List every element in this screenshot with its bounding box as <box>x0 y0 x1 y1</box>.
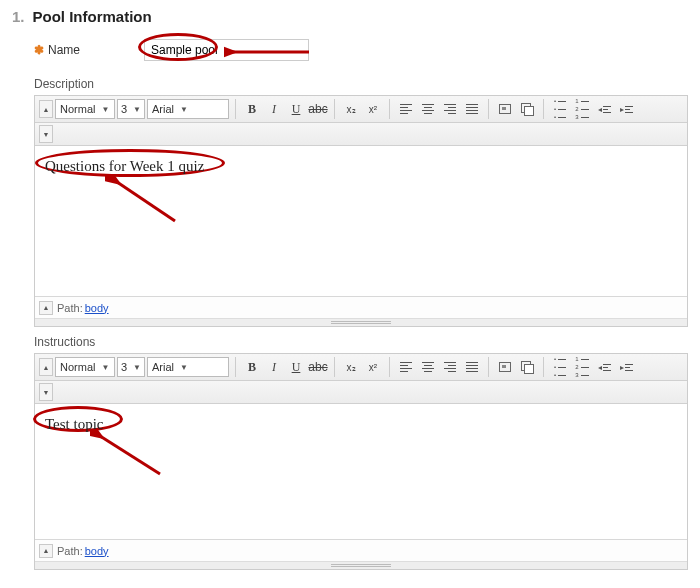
toolbar-expand-row: ▼ <box>35 123 687 146</box>
toolbar-separator <box>488 99 489 119</box>
toolbar-separator <box>235 99 236 119</box>
chevron-down-icon: ▼ <box>180 363 188 372</box>
align-right-button[interactable] <box>440 357 460 377</box>
italic-button[interactable]: I <box>264 99 284 119</box>
bold-button[interactable]: B <box>242 357 262 377</box>
name-label: ✽Name <box>34 43 144 57</box>
strikethrough-button[interactable]: abc <box>308 99 328 119</box>
underline-button[interactable]: U <box>286 357 306 377</box>
path-toggle-icon[interactable]: ▲ <box>39 301 53 315</box>
name-field-row: ✽Name <box>34 39 688 61</box>
underline-button[interactable]: U <box>286 99 306 119</box>
editor-resize-handle[interactable] <box>35 318 687 326</box>
align-left-button[interactable] <box>396 99 416 119</box>
image-icon <box>499 362 511 372</box>
editor-path-bar: ▲ Path: body <box>35 539 687 561</box>
strikethrough-button[interactable]: abc <box>308 357 328 377</box>
outdent-icon: ◂ <box>598 363 611 372</box>
svg-line-2 <box>100 436 160 474</box>
editor-toolbar: ▲ Normal▼ 3▼ Arial▼ B I U abc x₂ x² ••• … <box>35 354 687 381</box>
format-select[interactable]: Normal▼ <box>55 357 115 377</box>
toolbar-collapse-icon[interactable]: ▲ <box>39 100 53 118</box>
bullet-list-button[interactable]: ••• <box>550 357 570 377</box>
toolbar-separator <box>543 99 544 119</box>
align-left-button[interactable] <box>396 357 416 377</box>
description-label: Description <box>34 77 688 91</box>
toolbar-separator <box>334 357 335 377</box>
description-content: Questions for Week 1 quiz <box>45 158 204 174</box>
editor-path-bar: ▲ Path: body <box>35 296 687 318</box>
editor-resize-handle[interactable] <box>35 561 687 569</box>
chevron-down-icon: ▼ <box>133 105 141 114</box>
description-textarea[interactable]: Questions for Week 1 quiz <box>35 146 687 296</box>
description-editor: ▲ Normal▼ 3▼ Arial▼ B I U abc x₂ x² ••• … <box>34 95 688 327</box>
number-list-icon: 123 <box>575 356 588 378</box>
chevron-down-icon: ▼ <box>133 363 141 372</box>
indent-icon: ▸ <box>620 363 633 372</box>
instructions-label: Instructions <box>34 335 688 349</box>
image-button[interactable] <box>495 99 515 119</box>
align-right-button[interactable] <box>440 99 460 119</box>
align-center-button[interactable] <box>418 357 438 377</box>
path-toggle-icon[interactable]: ▲ <box>39 544 53 558</box>
required-star-icon: ✽ <box>34 43 44 57</box>
number-list-icon: 123 <box>575 98 588 120</box>
toolbar-collapse-icon[interactable]: ▲ <box>39 358 53 376</box>
toolbar-separator <box>334 99 335 119</box>
image-button[interactable] <box>495 357 515 377</box>
align-center-button[interactable] <box>418 99 438 119</box>
indent-icon: ▸ <box>620 105 633 114</box>
toolbar-expand-row: ▼ <box>35 381 687 404</box>
toolbar-expand-icon[interactable]: ▼ <box>39 383 53 401</box>
toolbar-separator <box>543 357 544 377</box>
size-select[interactable]: 3▼ <box>117 99 145 119</box>
outdent-button[interactable]: ◂ <box>594 99 614 119</box>
annotation-arrow-icon <box>105 176 185 226</box>
align-justify-button[interactable] <box>462 357 482 377</box>
copy-icon <box>521 103 533 115</box>
copy-button[interactable] <box>517 99 537 119</box>
image-icon <box>499 104 511 114</box>
subscript-button[interactable]: x₂ <box>341 357 361 377</box>
section-number: 1. <box>12 8 25 25</box>
number-list-button[interactable]: 123 <box>572 357 592 377</box>
svg-line-1 <box>117 182 175 221</box>
bold-button[interactable]: B <box>242 99 262 119</box>
instructions-content: Test topic <box>45 416 104 432</box>
indent-button[interactable]: ▸ <box>616 99 636 119</box>
subscript-button[interactable]: x₂ <box>341 99 361 119</box>
path-label: Path: <box>57 302 83 314</box>
superscript-button[interactable]: x² <box>363 357 383 377</box>
bullet-list-icon: ••• <box>554 98 566 120</box>
font-select[interactable]: Arial▼ <box>147 357 229 377</box>
path-label: Path: <box>57 545 83 557</box>
number-list-button[interactable]: 123 <box>572 99 592 119</box>
toolbar-expand-icon[interactable]: ▼ <box>39 125 53 143</box>
copy-button[interactable] <box>517 357 537 377</box>
align-justify-button[interactable] <box>462 99 482 119</box>
italic-button[interactable]: I <box>264 357 284 377</box>
copy-icon <box>521 361 533 373</box>
editor-toolbar: ▲ Normal▼ 3▼ Arial▼ B I U abc x₂ x² ••• … <box>35 96 687 123</box>
path-body-link[interactable]: body <box>85 545 109 557</box>
toolbar-separator <box>235 357 236 377</box>
superscript-button[interactable]: x² <box>363 99 383 119</box>
section-title: Pool Information <box>33 8 152 25</box>
instructions-textarea[interactable]: Test topic <box>35 404 687 539</box>
outdent-button[interactable]: ◂ <box>594 357 614 377</box>
size-select[interactable]: 3▼ <box>117 357 145 377</box>
bullet-list-icon: ••• <box>554 356 566 378</box>
annotation-arrow-icon <box>90 430 170 480</box>
format-select[interactable]: Normal▼ <box>55 99 115 119</box>
indent-button[interactable]: ▸ <box>616 357 636 377</box>
font-select[interactable]: Arial▼ <box>147 99 229 119</box>
chevron-down-icon: ▼ <box>101 105 109 114</box>
path-body-link[interactable]: body <box>85 302 109 314</box>
chevron-down-icon: ▼ <box>180 105 188 114</box>
instructions-editor: ▲ Normal▼ 3▼ Arial▼ B I U abc x₂ x² ••• … <box>34 353 688 570</box>
bullet-list-button[interactable]: ••• <box>550 99 570 119</box>
toolbar-separator <box>389 357 390 377</box>
toolbar-separator <box>389 99 390 119</box>
toolbar-separator <box>488 357 489 377</box>
name-input[interactable] <box>144 39 309 61</box>
